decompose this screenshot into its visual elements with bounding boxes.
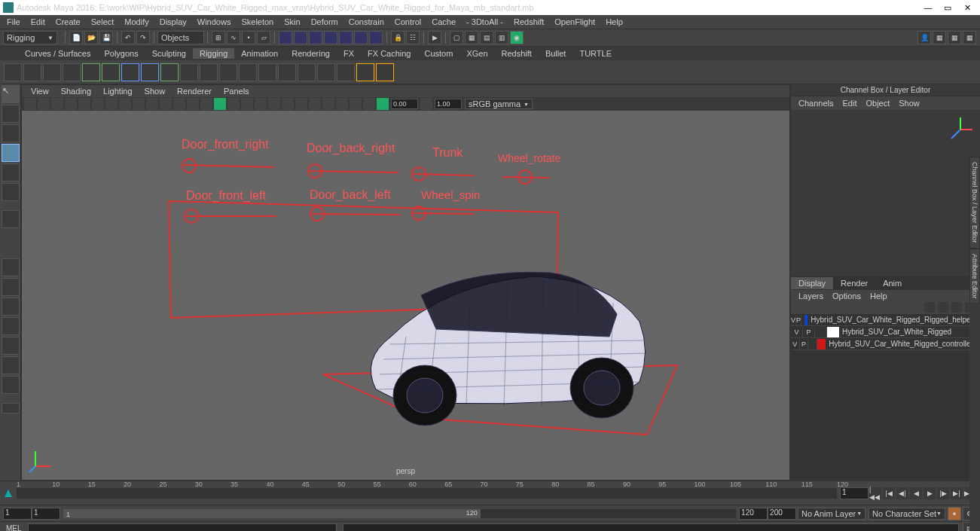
auto-key-button[interactable]: ● xyxy=(948,507,961,520)
vp-dof-icon[interactable] xyxy=(309,98,321,110)
step-forward-key-button[interactable]: ▶| xyxy=(951,487,963,499)
window-close-button[interactable]: ✕ xyxy=(957,1,977,14)
step-back-key-button[interactable]: |◀ xyxy=(883,487,895,499)
ch-menu-show[interactable]: Show xyxy=(894,99,924,108)
vp-gamma-toggle-icon[interactable] xyxy=(377,98,389,110)
account-button[interactable]: 👤 xyxy=(917,31,931,44)
layer-tab-anim[interactable]: Anim xyxy=(875,277,909,289)
window-maximize-button[interactable]: ▭ xyxy=(938,1,957,14)
vp-menu-panels[interactable]: Panels xyxy=(218,87,255,96)
shelf-lattice[interactable] xyxy=(200,63,218,81)
shelf-quick-rig[interactable] xyxy=(356,63,374,81)
menu-deform[interactable]: Deform xyxy=(306,17,343,27)
modeling-toolkit-button[interactable]: ▦ xyxy=(933,31,946,44)
last-tool-button[interactable] xyxy=(2,210,20,228)
layout-two-side-button[interactable] xyxy=(2,298,20,316)
shelf-cluster[interactable] xyxy=(180,63,198,81)
time-slider[interactable]: 1101520253035404550556065707580859095100… xyxy=(0,481,980,505)
vp-exposure-icon[interactable] xyxy=(363,98,375,110)
shelf-wire[interactable] xyxy=(258,63,276,81)
shelf-tab-sculpting[interactable]: Sculpting xyxy=(145,48,193,59)
move-tool-button[interactable] xyxy=(2,144,20,162)
render-button[interactable] xyxy=(294,31,307,44)
layer-menu-options[interactable]: Options xyxy=(828,291,866,301)
vp-image-plane-icon[interactable] xyxy=(51,98,63,110)
shelf-tab-xgen[interactable]: XGen xyxy=(459,48,494,59)
hypershade-button[interactable] xyxy=(339,31,353,44)
layer-menu-layers[interactable]: Layers xyxy=(794,291,828,301)
go-to-start-button[interactable]: |◀◀ xyxy=(869,487,881,499)
lasso-tool-button[interactable] xyxy=(2,105,20,123)
vp-menu-renderer[interactable]: Renderer xyxy=(171,87,218,96)
range-start-outer-input[interactable]: 1 xyxy=(3,508,32,520)
shelf-bind-skin[interactable] xyxy=(121,63,139,81)
time-slider-track[interactable]: 1101520253035404550556065707580859095100… xyxy=(17,488,837,499)
layer-visibility-toggle[interactable]: V xyxy=(791,327,803,337)
layout-single-button[interactable]: ▢ xyxy=(450,31,463,44)
shelf-blend-shape[interactable] xyxy=(219,63,237,81)
shelf-joint-tool[interactable] xyxy=(4,63,22,81)
channel-box-content[interactable] xyxy=(791,110,980,276)
menu-redshift[interactable]: Redshift xyxy=(508,17,549,27)
layer-list[interactable]: VPHybrid_SUV_Car_White_Rigged_Rigged_hel… xyxy=(791,314,980,481)
vp-textured-icon[interactable] xyxy=(255,98,267,110)
render-settings-button[interactable] xyxy=(324,31,337,44)
vp-wireframe-icon[interactable] xyxy=(187,98,199,110)
layout-more-button[interactable] xyxy=(2,403,20,414)
menu-select[interactable]: Select xyxy=(86,17,120,27)
layer-playback-toggle[interactable]: P xyxy=(796,315,801,325)
layout-outliner-button[interactable]: ▥ xyxy=(495,31,508,44)
vp-menu-show[interactable]: Show xyxy=(139,87,172,96)
menu-edit[interactable]: Edit xyxy=(26,17,50,27)
shelf-tab-curvessurfaces[interactable]: Curves / Surfaces xyxy=(18,48,97,59)
persp-viewport[interactable]: Door_front_right Door_back_right Trunk W… xyxy=(22,111,789,480)
layer-menu-help[interactable]: Help xyxy=(866,291,892,301)
vp-motion-blur-icon[interactable] xyxy=(282,98,294,110)
vp-film-gate-icon[interactable] xyxy=(105,98,118,110)
step-back-button[interactable]: ◀| xyxy=(896,487,908,499)
save-scene-button[interactable]: 💾 xyxy=(99,31,113,44)
shelf-tab-fxcaching[interactable]: FX Caching xyxy=(361,48,417,59)
vp-menu-shading[interactable]: Shading xyxy=(55,87,97,96)
new-scene-button[interactable]: 📄 xyxy=(69,31,83,44)
vp-safe-action-icon[interactable] xyxy=(160,98,172,110)
shelf-mirror-joint[interactable] xyxy=(82,63,100,81)
play-backward-button[interactable]: ◀ xyxy=(910,487,922,499)
layer-visibility-toggle[interactable]: V xyxy=(791,339,800,349)
layer-row[interactable]: VPHybrid_SUV_Car_White_Rigged_Rigged_hel… xyxy=(791,314,980,326)
range-slider[interactable]: 1 1 1120 120 200 No Anim Layer▼ No Chara… xyxy=(0,505,980,521)
shelf-orient-joint[interactable] xyxy=(102,63,120,81)
shelf-constraint-parent[interactable] xyxy=(317,63,335,81)
tab-channel-box[interactable]: Channel Box / Layer Editor xyxy=(969,157,980,249)
vp-grease-pencil-icon[interactable] xyxy=(78,98,90,110)
ch-menu-object[interactable]: Object xyxy=(861,99,894,108)
vp-exposure-value[interactable]: 0.00 xyxy=(391,99,418,109)
shelf-tab-animation[interactable]: Animation xyxy=(234,48,285,59)
layout-single-view-button[interactable] xyxy=(2,258,20,276)
menu-openflight[interactable]: OpenFlight xyxy=(549,17,600,27)
menu-file[interactable]: File xyxy=(2,17,26,27)
layer-move-up-button[interactable] xyxy=(924,302,935,313)
shelf-tab-turtle[interactable]: TURTLE xyxy=(572,48,618,59)
layout-hypershade-button[interactable] xyxy=(2,376,20,394)
selection-mode-dropdown[interactable]: Objects xyxy=(157,31,204,44)
range-slider-handle[interactable]: 1120 xyxy=(63,509,481,518)
shelf-tab-custom[interactable]: Custom xyxy=(418,48,460,59)
vp-field-chart-icon[interactable] xyxy=(146,98,158,110)
layer-color-swatch[interactable] xyxy=(827,327,839,337)
shelf-sculpt[interactable] xyxy=(298,63,316,81)
play-button[interactable]: ▶ xyxy=(428,31,441,44)
vp-aa-icon[interactable] xyxy=(295,98,307,110)
module-selector[interactable]: Rigging ▼ xyxy=(3,31,57,44)
shelf-tab-rendering[interactable]: Rendering xyxy=(285,48,337,59)
vp-select-camera-icon[interactable] xyxy=(24,98,36,110)
human-ik-button[interactable]: ▦ xyxy=(963,31,976,44)
window-minimize-button[interactable]: — xyxy=(918,1,938,14)
redo-button[interactable]: ↷ xyxy=(136,31,150,44)
vp-colorspace-dropdown[interactable]: sRGB gamma▼ xyxy=(465,99,533,109)
shelf-detach-skin[interactable] xyxy=(141,63,159,81)
light-editor-button[interactable] xyxy=(369,31,383,44)
range-start-inner-input[interactable]: 1 xyxy=(32,508,60,520)
menu-help[interactable]: Help xyxy=(600,17,628,27)
play-forward-button[interactable]: ▶ xyxy=(924,487,936,499)
